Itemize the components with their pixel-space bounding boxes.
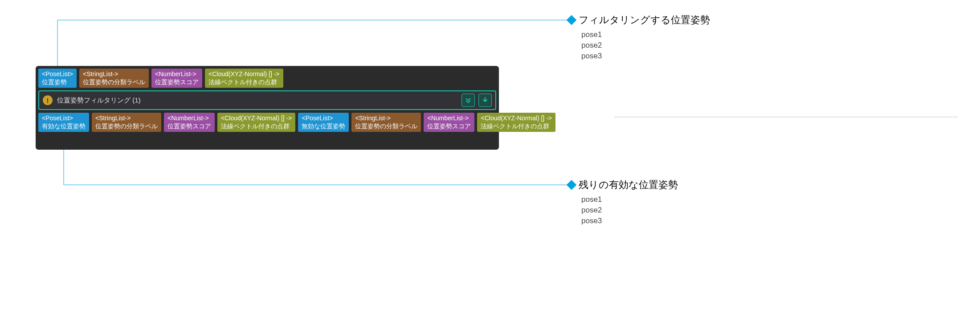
callout-pose-list: pose1pose2pose3 bbox=[581, 194, 678, 226]
port-label: 位置姿勢の分類ラベル bbox=[95, 123, 158, 131]
callout-pose-list: pose1pose2pose3 bbox=[581, 29, 710, 61]
diamond-bullet-icon bbox=[567, 180, 577, 190]
pose-item: pose1 bbox=[581, 29, 710, 40]
pose-item: pose2 bbox=[581, 40, 710, 51]
port-type: <StringList-> bbox=[83, 70, 145, 78]
output-port-4[interactable]: <PoseList>無効な位置姿勢 bbox=[298, 113, 349, 132]
port-label: 法線ベクトル付きの点群 bbox=[221, 123, 292, 131]
double-chevron-down-icon bbox=[465, 97, 472, 104]
output-port-7[interactable]: <Cloud(XYZ-Normal) [] ->法線ベクトル付きの点群 bbox=[477, 113, 555, 132]
input-port-1[interactable]: <StringList->位置姿勢の分類ラベル bbox=[79, 69, 149, 88]
callout-input-poses: フィルタリングする位置姿勢 pose1pose2pose3 bbox=[568, 13, 710, 61]
callout-output-poses: 残りの有効な位置姿勢 pose1pose2pose3 bbox=[568, 178, 678, 226]
port-label: 位置姿勢スコア bbox=[155, 78, 199, 86]
node-title-bar[interactable]: ! 位置姿勢フィルタリング (1) bbox=[38, 90, 496, 110]
node-title-actions bbox=[461, 94, 492, 107]
port-type: <Cloud(XYZ-Normal) [] -> bbox=[221, 114, 292, 123]
diamond-bullet-icon bbox=[567, 15, 577, 25]
callout-heading: フィルタリングする位置姿勢 bbox=[568, 13, 710, 27]
port-label: 法線ベクトル付きの点群 bbox=[481, 123, 551, 131]
port-type: <PoseList> bbox=[302, 114, 345, 123]
port-type: <NumberList-> bbox=[427, 114, 471, 123]
node-pose-filtering: <PoseList>位置姿勢<StringList->位置姿勢の分類ラベル<Nu… bbox=[36, 66, 499, 150]
input-ports-row: <PoseList>位置姿勢<StringList->位置姿勢の分類ラベル<Nu… bbox=[38, 69, 496, 88]
port-type: <StringList-> bbox=[355, 114, 417, 123]
port-label: 有効な位置姿勢 bbox=[42, 123, 86, 131]
output-port-3[interactable]: <Cloud(XYZ-Normal) [] ->法線ベクトル付きの点群 bbox=[217, 113, 295, 132]
output-ports-row: <PoseList>有効な位置姿勢<StringList->位置姿勢の分類ラベル… bbox=[38, 113, 496, 132]
output-port-0[interactable]: <PoseList>有効な位置姿勢 bbox=[38, 113, 89, 132]
output-port-5[interactable]: <StringList->位置姿勢の分類ラベル bbox=[351, 113, 421, 132]
run-button[interactable] bbox=[478, 94, 492, 107]
port-type: <Cloud(XYZ-Normal) [] -> bbox=[208, 70, 279, 78]
port-label: 位置姿勢 bbox=[42, 78, 73, 86]
port-type: <NumberList-> bbox=[155, 70, 199, 78]
port-type: <NumberList-> bbox=[167, 114, 211, 123]
input-port-3[interactable]: <Cloud(XYZ-Normal) [] ->法線ベクトル付きの点群 bbox=[205, 69, 283, 88]
port-label: 法線ベクトル付きの点群 bbox=[208, 78, 279, 86]
node-title: 位置姿勢フィルタリング (1) bbox=[57, 96, 461, 105]
callout-heading-text: 残りの有効な位置姿勢 bbox=[579, 178, 678, 192]
port-label: 位置姿勢の分類ラベル bbox=[83, 78, 145, 86]
output-port-1[interactable]: <StringList->位置姿勢の分類ラベル bbox=[92, 113, 161, 132]
dotted-separator bbox=[615, 117, 958, 117]
pose-item: pose3 bbox=[581, 216, 678, 226]
port-type: <StringList-> bbox=[95, 114, 158, 123]
port-type: <Cloud(XYZ-Normal) [] -> bbox=[481, 114, 551, 123]
port-label: 位置姿勢スコア bbox=[167, 123, 211, 131]
port-label: 位置姿勢スコア bbox=[427, 123, 471, 131]
port-label: 無効な位置姿勢 bbox=[302, 123, 345, 131]
input-port-2[interactable]: <NumberList->位置姿勢スコア bbox=[151, 69, 202, 88]
port-label: 位置姿勢の分類ラベル bbox=[355, 123, 417, 131]
port-type: <PoseList> bbox=[42, 70, 73, 78]
output-port-2[interactable]: <NumberList->位置姿勢スコア bbox=[164, 113, 215, 132]
connector-lines bbox=[0, 0, 980, 331]
pose-item: pose3 bbox=[581, 51, 710, 61]
pose-item: pose2 bbox=[581, 205, 678, 216]
callout-heading-text: フィルタリングする位置姿勢 bbox=[579, 13, 710, 27]
warning-icon: ! bbox=[43, 95, 53, 105]
arrow-down-icon bbox=[482, 97, 488, 103]
diagram-canvas: <PoseList>位置姿勢<StringList->位置姿勢の分類ラベル<Nu… bbox=[0, 0, 980, 331]
callout-heading: 残りの有効な位置姿勢 bbox=[568, 178, 678, 192]
port-type: <PoseList> bbox=[42, 114, 86, 123]
output-port-6[interactable]: <NumberList->位置姿勢スコア bbox=[424, 113, 474, 132]
expand-button[interactable] bbox=[461, 94, 475, 107]
pose-item: pose1 bbox=[581, 194, 678, 205]
input-port-0[interactable]: <PoseList>位置姿勢 bbox=[38, 69, 77, 88]
